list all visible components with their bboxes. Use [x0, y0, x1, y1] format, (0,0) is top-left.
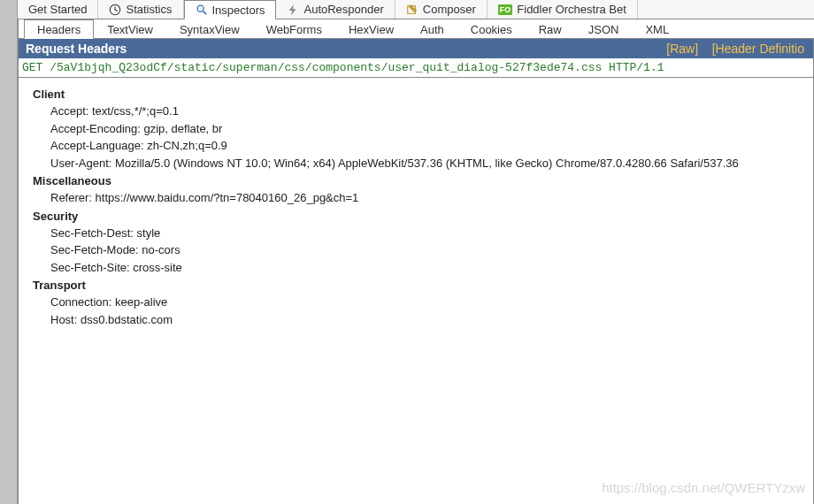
header-sec-fetch-site[interactable]: Sec-Fetch-Site: cross-site [22, 259, 810, 277]
header-referer[interactable]: Referer: https://www.baidu.com/?tn=78040… [22, 189, 810, 207]
subtab-json[interactable]: JSON [575, 19, 633, 38]
header-connection[interactable]: Connection: keep-alive [22, 294, 810, 311]
group-transport[interactable]: Transport [22, 279, 810, 292]
tab-label: Get Started [28, 3, 87, 16]
header-user-agent[interactable]: User-Agent: Mozilla/5.0 (Windows NT 10.0… [22, 155, 810, 172]
main-panel: Get Started Statistics Inspectors AutoRe… [18, 0, 814, 504]
tab-autoresponder[interactable]: AutoResponder [276, 0, 395, 19]
header-accept[interactable]: Accept: text/css,*/*;q=0.1 [22, 103, 810, 120]
subtab-hexview[interactable]: HexView [335, 19, 407, 38]
group-client[interactable]: Client [22, 88, 810, 101]
clock-icon [109, 4, 121, 16]
subtab-auth[interactable]: Auth [407, 19, 457, 38]
compose-icon [406, 4, 419, 16]
group-miscellaneous[interactable]: Miscellaneous [22, 174, 810, 187]
tab-orchestra[interactable]: FO Fiddler Orchestra Bet [488, 0, 638, 19]
lightning-icon [287, 4, 299, 16]
inspector-sub-tabs: Headers TextView SyntaxView WebForms Hex… [18, 19, 814, 39]
tab-composer[interactable]: Composer [395, 0, 488, 19]
subtab-cookies[interactable]: Cookies [457, 19, 526, 38]
section-links: [Raw] [Header Definitio [664, 42, 806, 56]
section-title: Request Headers [26, 42, 127, 56]
magnifier-icon [196, 4, 208, 16]
subtab-webforms[interactable]: WebForms [253, 19, 335, 38]
tab-inspectors[interactable]: Inspectors [184, 0, 277, 19]
header-sec-fetch-dest[interactable]: Sec-Fetch-Dest: style [22, 225, 810, 242]
header-host[interactable]: Host: dss0.bdstatic.com [22, 311, 810, 329]
tab-get-started[interactable]: Get Started [18, 0, 98, 19]
fo-icon: FO [498, 4, 513, 15]
header-accept-encoding[interactable]: Accept-Encoding: gzip, deflate, br [22, 120, 810, 138]
subtab-syntaxview[interactable]: SyntaxView [166, 19, 253, 38]
headers-tree: Client Accept: text/css,*/*;q=0.1 Accept… [18, 78, 814, 504]
tab-label: Statistics [126, 3, 172, 16]
group-security[interactable]: Security [22, 210, 810, 223]
svg-point-1 [197, 5, 204, 11]
request-headers-bar: Request Headers [Raw] [Header Definitio [18, 39, 814, 58]
header-accept-language[interactable]: Accept-Language: zh-CN,zh;q=0.9 [22, 137, 810, 155]
subtab-textview[interactable]: TextView [94, 19, 166, 38]
tab-label: Fiddler Orchestra Bet [517, 3, 626, 16]
subtab-headers[interactable]: Headers [24, 19, 94, 39]
request-line: GET /5aV1bjqh_Q23odCf/static/superman/cs… [18, 58, 814, 78]
subtab-raw[interactable]: Raw [526, 19, 575, 38]
top-tab-strip: Get Started Statistics Inspectors AutoRe… [18, 0, 814, 19]
left-gutter [0, 0, 18, 504]
link-raw[interactable]: [Raw] [664, 42, 700, 56]
tab-label: Composer [423, 3, 476, 16]
tab-label: Inspectors [212, 4, 265, 17]
link-header-definitions[interactable]: [Header Definitio [710, 42, 806, 56]
tab-label: AutoResponder [303, 3, 383, 16]
tab-statistics[interactable]: Statistics [98, 0, 183, 19]
header-sec-fetch-mode[interactable]: Sec-Fetch-Mode: no-cors [22, 241, 810, 259]
subtab-xml[interactable]: XML [632, 19, 682, 38]
